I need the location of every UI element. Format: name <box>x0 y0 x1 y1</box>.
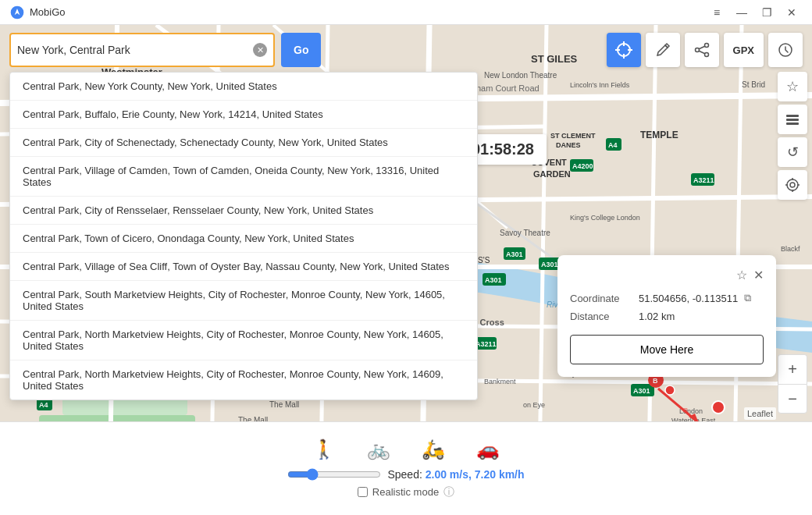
svg-point-110 <box>704 44 708 48</box>
coordinate-row: Coordinate 51.504656, -0.113511 ⧉ <box>570 292 764 304</box>
share-button[interactable] <box>685 33 719 67</box>
crosshair-icon <box>615 41 632 59</box>
copy-coordinate-button[interactable]: ⧉ <box>744 292 751 304</box>
dropdown-item[interactable]: Central Park, Buffalo, Erie County, New … <box>10 101 477 129</box>
svg-text:A301: A301 <box>485 276 502 284</box>
speed-value: 2.00 m/s, 7.20 km/h <box>426 468 525 481</box>
coordinate-popup: ☆ ✕ Coordinate 51.504656, -0.113511 ⧉ Di… <box>557 255 776 377</box>
svg-text:A301: A301 <box>633 387 650 395</box>
layers-icon <box>785 112 800 127</box>
svg-point-121 <box>790 183 795 187</box>
svg-text:King's College London: King's College London <box>570 214 640 222</box>
svg-text:TEMPLE: TEMPLE <box>640 130 678 140</box>
search-input[interactable] <box>17 44 248 56</box>
distance-row: Distance 1.02 km <box>570 311 764 322</box>
svg-text:GARDEN: GARDEN <box>533 169 571 179</box>
svg-point-91 <box>712 401 725 414</box>
pencil-button[interactable] <box>646 33 680 67</box>
svg-text:St Brid: St Brid <box>742 80 765 89</box>
speed-slider[interactable] <box>287 468 381 481</box>
dropdown-item[interactable]: Central Park, City of Schenectady, Schen… <box>10 129 477 157</box>
svg-text:A301: A301 <box>541 261 558 268</box>
svg-text:A4: A4 <box>39 401 48 409</box>
sidebar-undo-button[interactable]: ↺ <box>778 137 807 167</box>
dropdown-item[interactable]: Central Park, North Marketview Heights, … <box>10 321 477 360</box>
dropdown-item[interactable]: Central Park, Village of Camden, Town of… <box>10 157 477 197</box>
svg-point-112 <box>695 48 699 52</box>
clock-icon <box>778 42 793 58</box>
target-icon <box>785 177 800 193</box>
popup-close-button[interactable]: ✕ <box>753 268 764 282</box>
coordinate-label: Coordinate <box>570 293 632 304</box>
svg-text:Blackf: Blackf <box>781 245 800 253</box>
dropdown-item[interactable]: Central Park, Town of Cicero, Onondaga C… <box>10 225 477 253</box>
coordinate-value: 51.504656, -0.113511 <box>639 293 738 304</box>
moped-mode-button[interactable]: 🛵 <box>422 439 445 460</box>
pencil-icon <box>655 42 671 58</box>
svg-text:New London Theatre: New London Theatre <box>484 71 557 80</box>
dropdown-item[interactable]: Central Park, City of Rensselaer, Rensse… <box>10 197 477 225</box>
svg-text:Savoy Theatre: Savoy Theatre <box>500 229 550 237</box>
window-controls: ≡ — ❐ ✕ <box>706 4 803 21</box>
crosshair-button[interactable] <box>607 33 641 67</box>
close-button[interactable]: ✕ <box>781 4 803 21</box>
svg-rect-119 <box>786 123 799 125</box>
svg-text:A3211: A3211 <box>693 176 714 184</box>
search-clear-button[interactable]: ✕ <box>253 43 267 57</box>
zoom-out-button[interactable]: − <box>778 384 807 414</box>
svg-text:A4: A4 <box>608 141 618 149</box>
toolbar: ✕ Go <box>0 33 812 67</box>
right-sidebar: ☆ ↺ <box>778 72 807 200</box>
svg-text:A301: A301 <box>506 250 523 258</box>
search-dropdown: Central Park, New York County, New York,… <box>9 72 478 400</box>
dropdown-item[interactable]: Central Park, South Marketview Heights, … <box>10 281 477 321</box>
bottom-panel: 🚶 🚲 🛵 🚗 Speed: 2.00 m/s, 7.20 km/h Reali… <box>0 421 812 515</box>
share-icon <box>694 42 710 58</box>
svg-text:The Mall: The Mall <box>269 400 299 409</box>
app-logo-icon <box>9 5 25 20</box>
svg-point-120 <box>787 179 798 190</box>
popup-star-button[interactable]: ☆ <box>736 268 747 282</box>
timer-value: 01:58:28 <box>472 140 534 158</box>
dropdown-item[interactable]: Central Park, New York County, New York,… <box>10 73 477 101</box>
svg-line-114 <box>699 46 705 49</box>
app-title: MobiGo <box>30 6 66 18</box>
svg-text:ST CLEMENT: ST CLEMENT <box>550 132 596 140</box>
maximize-button[interactable]: ❐ <box>756 4 778 21</box>
sidebar-location-button[interactable] <box>778 170 807 200</box>
speed-slider-row: Speed: 2.00 m/s, 7.20 km/h <box>287 468 524 481</box>
minimize-button[interactable]: — <box>731 4 753 21</box>
app-logo: MobiGo <box>9 5 66 20</box>
cycle-mode-button[interactable]: 🚲 <box>367 439 390 460</box>
go-button[interactable]: Go <box>281 33 321 67</box>
dropdown-item[interactable]: Central Park, Village of Sea Cliff, Town… <box>10 253 477 281</box>
sidebar-layers-button[interactable] <box>778 105 807 134</box>
titlebar: MobiGo ≡ — ❐ ✕ <box>0 0 812 25</box>
svg-text:DANES: DANES <box>556 141 581 149</box>
svg-text:A3211: A3211 <box>475 340 497 348</box>
zoom-controls: + − <box>778 354 807 414</box>
svg-point-89 <box>665 385 675 395</box>
sidebar-star-button[interactable]: ☆ <box>778 72 807 101</box>
history-button[interactable] <box>768 33 803 67</box>
walk-mode-button[interactable]: 🚶 <box>312 439 336 460</box>
realistic-mode-checkbox[interactable] <box>358 487 368 497</box>
drive-mode-button[interactable]: 🚗 <box>476 439 500 460</box>
svg-point-111 <box>704 53 708 57</box>
search-box: ✕ <box>9 33 275 67</box>
leaflet-label: Leaflet <box>747 409 773 418</box>
main-area: Tottenham Court Road Curzon St Hilton Ho… <box>0 25 812 515</box>
realistic-mode-row: Realistic mode ⓘ <box>358 485 454 499</box>
move-here-button[interactable]: Move Here <box>570 335 764 364</box>
svg-rect-117 <box>786 115 799 117</box>
menu-button[interactable]: ≡ <box>706 4 728 21</box>
transport-modes: 🚶 🚲 🛵 🚗 <box>312 439 500 460</box>
realistic-mode-label: Realistic mode <box>372 486 439 498</box>
zoom-in-button[interactable]: + <box>778 354 807 384</box>
svg-text:on Eye: on Eye <box>523 401 545 409</box>
svg-text:B: B <box>653 377 658 385</box>
distance-value: 1.02 km <box>639 311 675 322</box>
gpx-button[interactable]: GPX <box>724 33 764 67</box>
info-icon[interactable]: ⓘ <box>443 485 454 499</box>
dropdown-item[interactable]: Central Park, North Marketview Heights, … <box>10 360 477 400</box>
